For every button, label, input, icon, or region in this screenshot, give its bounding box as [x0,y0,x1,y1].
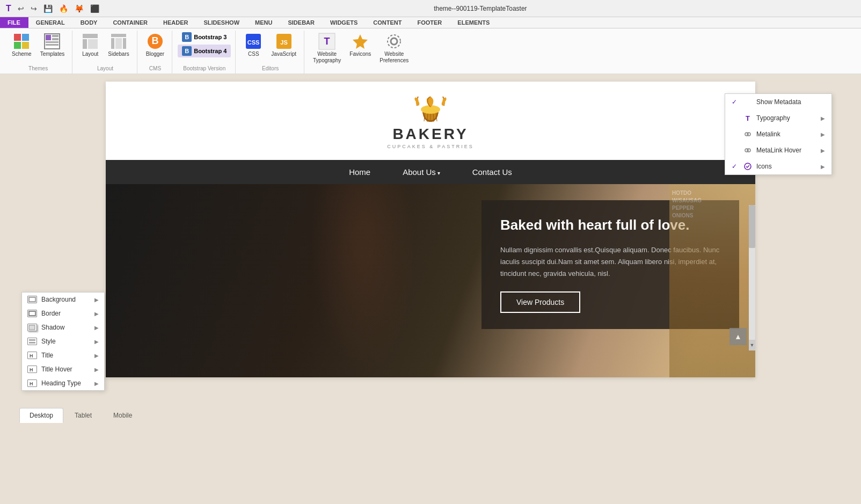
svg-text:CSS: CSS [247,39,260,46]
dd-metalink-hover-label: MetaLink Hover [756,147,801,154]
undo-icon[interactable]: ↩ [16,3,26,14]
dd-metalink-hover[interactable]: MetaLink Hover ▶ [725,142,831,158]
square-icon[interactable]: ⬛ [89,3,101,14]
tab-file[interactable]: FILE [0,17,28,28]
svg-rect-15 [123,38,126,49]
svg-text:H: H [30,381,33,386]
tab-body[interactable]: BODY [73,17,106,28]
templates-button[interactable]: Templates [37,31,68,60]
dd-show-metadata[interactable]: ✓ Show Metadata [725,94,831,110]
ctx-style[interactable]: Style ▶ [22,334,104,348]
tab-elements[interactable]: ELEMENTS [450,17,498,28]
ctx-title-hover-label: Title Hover [41,366,72,373]
bootstrap3-button[interactable]: B Bootstrap 3 [178,31,231,43]
favicons-button[interactable]: Favicons [346,31,374,60]
canvas-scrollbar[interactable]: ▼ [749,205,755,350]
blogger-button[interactable]: B Blogger [143,31,167,60]
svg-rect-2 [14,42,21,49]
general-items: T WebsiteTypography Favicons [310,31,412,71]
tab-tablet[interactable]: Tablet [64,408,102,423]
fire-icon[interactable]: 🔥 [57,3,70,14]
website-preferences-button[interactable]: WebsitePreferences [376,31,412,66]
tab-desktop[interactable]: Desktop [19,408,63,423]
dd-icons[interactable]: ✓ Icons ▶ [725,158,831,174]
metalink-hover-icon [743,146,752,155]
title-hover-icon: H [27,366,37,373]
tab-footer[interactable]: FOOTER [410,17,450,28]
svg-text:JS: JS [280,39,287,46]
scroll-top-button[interactable]: ▲ [729,328,747,345]
redo-icon[interactable]: ↪ [29,3,39,14]
scheme-icon [13,33,30,50]
scheme-button[interactable]: Scheme [9,31,35,60]
dd-metalink-arrow: ▶ [821,132,825,137]
css-button[interactable]: CSS CSS [241,31,266,60]
ctx-title[interactable]: H Title ▶ [22,348,104,362]
tab-header[interactable]: HEADER [156,17,196,28]
editors-items: CSS CSS JS JavaScript [241,31,300,63]
browser-icon[interactable]: 🦊 [73,3,85,14]
ctx-border[interactable]: Border ▶ [22,306,104,320]
tab-general[interactable]: GENERAL [28,17,73,28]
sidebars-button[interactable]: Sidebars [105,31,132,60]
hero-right-panel: HOTDOW/SAUSAGPEPPERONIONS [669,184,755,377]
scrollbar-thumb[interactable] [749,205,755,248]
tab-sidebar[interactable]: SIDEBAR [280,17,323,28]
view-products-button[interactable]: View Products [500,291,580,313]
ctx-title-hover[interactable]: H Title Hover ▶ [22,362,104,376]
ribbon-group-cms: B Blogger CMS [138,31,172,74]
bootstrap4-button[interactable]: B Bootstrap 4 [178,45,231,57]
title-icon: H [27,352,37,359]
favicons-icon [352,33,369,50]
nav-about[interactable]: About Us [403,167,440,177]
border-icon [27,310,37,317]
svg-rect-41 [29,339,35,341]
dd-show-metadata-label: Show Metadata [756,98,801,106]
cms-group-label: CMS [149,65,161,71]
bakery-tagline: CUPCAKES & PASTRIES [387,144,473,149]
dd-metalink[interactable]: Metalink ▶ [725,126,831,142]
tab-container[interactable]: CONTAINER [105,17,156,28]
ctx-shadow-arrow: ▶ [94,325,99,331]
save-icon[interactable]: 💾 [42,3,54,14]
heading-type-icon: H [27,379,37,387]
javascript-label: JavaScript [271,51,296,57]
bottom-tabs: Desktop Tablet Mobile [13,405,861,423]
svg-point-49 [747,149,750,152]
ctx-heading-type-label: Heading Type [41,379,81,387]
tab-slideshow[interactable]: SLIDESHOW [196,17,247,28]
tab-mobile[interactable]: Mobile [103,408,142,423]
layout-button[interactable]: Layout [78,31,103,60]
layout-icon [82,33,99,50]
javascript-button[interactable]: JS JavaScript [268,31,300,60]
ctx-heading-type[interactable]: H Heading Type ▶ [22,376,104,390]
tab-menu[interactable]: MENU [247,17,280,28]
bakery-nav: Home About Us Contact Us [106,160,755,184]
dd-icons-arrow: ▶ [821,164,825,170]
ctx-background[interactable]: Background ▶ [22,293,104,306]
dd-icons-label: Icons [756,163,772,170]
ribbon-content: Scheme Templates [0,28,861,74]
website-typography-button[interactable]: T WebsiteTypography [310,31,344,66]
dd-typography-arrow: ▶ [821,115,825,121]
typography-icon: T [318,33,335,50]
scrollbar-arrow-down[interactable]: ▼ [749,340,755,350]
svg-text:B: B [151,35,158,46]
svg-rect-10 [83,34,98,38]
nav-home[interactable]: Home [349,167,370,177]
svg-rect-12 [88,39,98,49]
ctx-heading-type-arrow: ▶ [94,381,99,386]
website-typography-label: WebsiteTypography [313,51,341,64]
tab-content[interactable]: CONTENT [366,17,410,28]
editors-group-label: Editors [262,65,279,71]
scheme-label: Scheme [12,51,32,57]
ctx-shadow[interactable]: Shadow ▶ [22,320,104,334]
svg-rect-39 [29,311,35,316]
bootstrap3-icon: B [182,32,192,42]
dd-typography[interactable]: T Typography ▶ [725,110,831,126]
typography-icon-dd: T [743,114,752,122]
nav-contact[interactable]: Contact Us [472,167,512,177]
css-label: CSS [248,51,259,57]
bakery-logo: BAKERY CUPCAKES & PASTRIES [387,92,473,149]
tab-widgets[interactable]: WIDGETS [323,17,366,28]
